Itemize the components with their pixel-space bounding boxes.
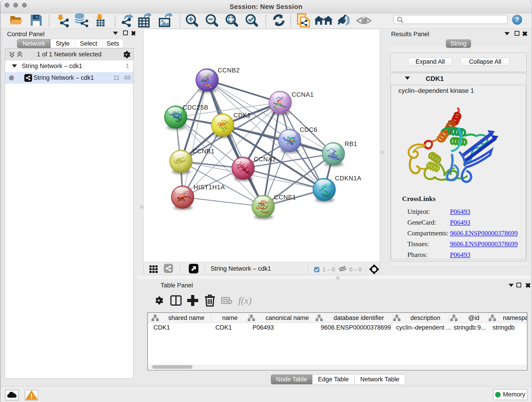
svg-text:CDC6: CDC6 xyxy=(300,126,317,133)
svg-text:CDKN1A: CDKN1A xyxy=(335,175,361,182)
svg-text:HIST1H1A: HIST1H1A xyxy=(194,184,225,191)
svg-text:CDK1: CDK1 xyxy=(234,112,251,119)
svg-text:CCNB1: CCNB1 xyxy=(192,148,215,155)
svg-text:f(x): f(x) xyxy=(238,295,252,306)
svg-text:CCNA2: CCNA2 xyxy=(254,156,276,163)
svg-text:RB1: RB1 xyxy=(345,140,357,147)
svg-text:CCNA1: CCNA1 xyxy=(292,91,314,98)
svg-text:CCNB2: CCNB2 xyxy=(218,67,240,74)
svg-text:CDC25B: CDC25B xyxy=(183,104,209,111)
svg-text:CCNE1: CCNE1 xyxy=(274,194,296,201)
